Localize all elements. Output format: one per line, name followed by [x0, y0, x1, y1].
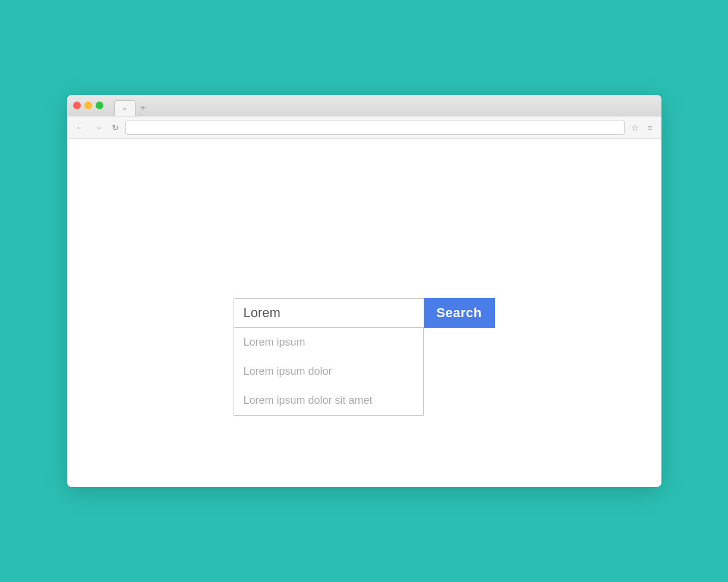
refresh-icon: ↻	[112, 123, 119, 132]
toolbar-right: ☆ ≡	[628, 121, 655, 135]
search-widget: Search Lorem ipsum Lorem ipsum dolor Lor…	[234, 298, 495, 328]
search-input[interactable]	[234, 298, 424, 328]
tab-bar: × +	[114, 95, 655, 116]
refresh-button[interactable]: ↻	[109, 121, 122, 135]
maximize-dot[interactable]	[96, 102, 103, 109]
search-dropdown: Lorem ipsum Lorem ipsum dolor Lorem ipsu…	[234, 328, 424, 416]
active-tab[interactable]: ×	[114, 100, 135, 116]
close-dot[interactable]	[73, 102, 81, 109]
tab-close-icon[interactable]: ×	[123, 105, 127, 112]
bookmark-icon: ☆	[631, 123, 639, 132]
browser-window: × + ← → ↻ ☆ ≡ Search	[67, 95, 661, 487]
traffic-lights	[73, 102, 103, 109]
bookmark-button[interactable]: ☆	[628, 121, 642, 135]
menu-button[interactable]: ≡	[644, 121, 655, 135]
browser-content: Search Lorem ipsum Lorem ipsum dolor Lor…	[67, 139, 661, 487]
browser-titlebar: × +	[67, 95, 661, 116]
back-icon: ←	[76, 123, 84, 132]
hamburger-icon: ≡	[647, 123, 652, 132]
search-button[interactable]: Search	[424, 298, 495, 328]
forward-button[interactable]: →	[91, 121, 105, 135]
suggestion-3[interactable]: Lorem ipsum dolor sit amet	[234, 386, 423, 415]
forward-icon: →	[94, 123, 102, 132]
suggestion-1[interactable]: Lorem ipsum	[234, 328, 423, 357]
new-tab-button[interactable]: +	[135, 100, 150, 116]
back-button[interactable]: ←	[73, 121, 87, 135]
minimize-dot[interactable]	[84, 102, 92, 109]
suggestion-2[interactable]: Lorem ipsum dolor	[234, 357, 423, 386]
address-bar[interactable]	[125, 121, 625, 135]
browser-toolbar: ← → ↻ ☆ ≡	[67, 116, 661, 139]
search-input-row: Search	[234, 298, 495, 328]
